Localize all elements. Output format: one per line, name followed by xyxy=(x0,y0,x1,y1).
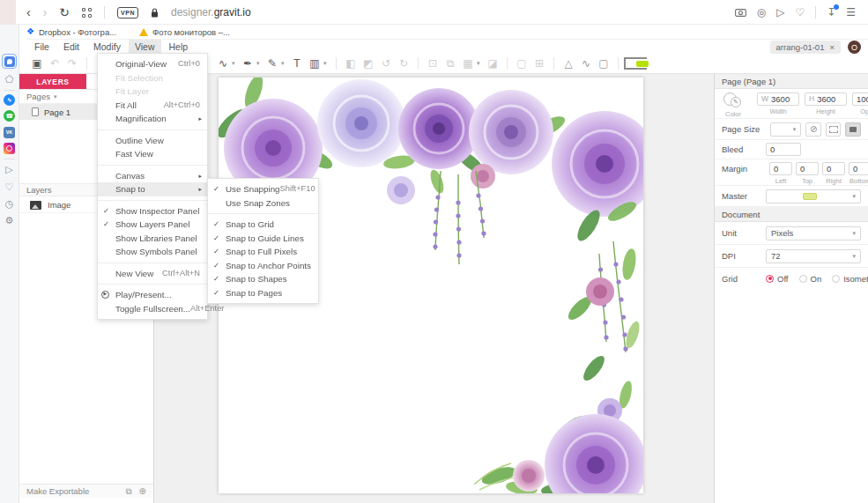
menu-item-outline-view[interactable]: Outline View xyxy=(98,134,207,148)
menu-modify[interactable]: Modify xyxy=(87,40,127,54)
boolean-union-icon[interactable]: ▢ xyxy=(513,58,530,69)
menu-item-show-inspector-panel[interactable]: ✓Show Inspector Panel xyxy=(98,204,207,218)
pentagon-icon[interactable]: ⬠ xyxy=(3,73,16,86)
tab-groups-icon[interactable] xyxy=(82,8,92,18)
edit-color-icon[interactable]: ✎ xyxy=(731,97,741,107)
grid-isometric-radio[interactable]: Isometric xyxy=(832,274,868,284)
history-icon[interactable]: ◷ xyxy=(3,197,16,211)
margin-right-field[interactable]: 0 xyxy=(822,162,845,175)
assistant-icon[interactable] xyxy=(2,54,17,69)
master-dropdown[interactable]: ▾ xyxy=(766,189,861,203)
avatar[interactable]: O xyxy=(848,41,861,54)
unit-dropdown[interactable]: Pixels▾ xyxy=(766,226,861,240)
send-extension-icon[interactable]: ▷ xyxy=(776,7,784,18)
menu-item-fast-view[interactable]: Fast View xyxy=(98,147,207,161)
opacity-field[interactable]: 100% xyxy=(852,92,868,106)
menu-item-snap-to-anchor-points[interactable]: ✓Snap to Anchor Points xyxy=(208,259,318,273)
bleed-field[interactable]: 0 xyxy=(766,143,801,156)
menu-item-original-view[interactable]: Original-ViewCtrl+0 xyxy=(98,57,207,71)
menu-file[interactable]: File xyxy=(28,40,56,54)
menu-item-fit-all[interactable]: Fit AllAlt+Ctrl+0 xyxy=(98,99,207,113)
forward-icon[interactable]: › xyxy=(43,6,48,18)
shape-icon[interactable]: △ xyxy=(560,58,577,69)
bookmark-drive[interactable]: Фото мониторов –... xyxy=(139,27,230,37)
curve-tool-icon[interactable]: ∿ xyxy=(214,58,232,69)
add-export-icon[interactable]: ⊕ xyxy=(139,486,146,497)
portrait-button[interactable] xyxy=(826,122,842,137)
group-icon[interactable]: ▦ xyxy=(459,58,477,69)
chevron-down-icon[interactable]: ▾ xyxy=(232,60,239,67)
downloads-icon[interactable]: ↧ xyxy=(827,7,835,18)
marquee-icon[interactable]: ▢ xyxy=(595,58,612,69)
menu-item-snap-to-shapes[interactable]: ✓Snap to Shapes xyxy=(208,272,318,286)
menu-item-magnification[interactable]: Magnification▸ xyxy=(98,112,207,126)
save-icon[interactable]: ▣ xyxy=(28,58,46,69)
menu-item-show-symbols-panel[interactable]: Show Symbols Panel xyxy=(98,245,207,259)
landscape-button[interactable] xyxy=(845,122,861,137)
transform-icon[interactable]: ⊡ xyxy=(424,58,441,69)
menu-item-snap-to[interactable]: Snap to▸ xyxy=(98,182,207,196)
text-tool-icon[interactable]: T xyxy=(288,58,306,69)
chevron-down-icon[interactable]: ▾ xyxy=(323,60,330,67)
image-tool-icon[interactable]: ▥ xyxy=(306,58,323,69)
margin-top-field[interactable]: 0 xyxy=(796,162,819,175)
flip-horizontal-icon[interactable]: ◧ xyxy=(342,58,360,69)
grid-on-radio[interactable]: On xyxy=(799,274,822,284)
likes-icon[interactable]: ♡ xyxy=(3,181,16,194)
redo-icon[interactable]: ↷ xyxy=(63,58,81,69)
scan-extension-icon[interactable]: ◎ xyxy=(757,7,766,18)
menu-item-show-libraries-panel[interactable]: Show Libraries Panel xyxy=(98,232,207,246)
vpn-badge[interactable]: VPN xyxy=(117,7,138,18)
menu-item-snap-to-full-pixels[interactable]: ✓Snap to Full Pixels xyxy=(208,245,318,259)
screenshot-extension-icon[interactable] xyxy=(735,8,746,17)
height-field[interactable]: H3600 xyxy=(805,92,847,106)
chevron-down-icon[interactable]: ▾ xyxy=(477,60,484,67)
page-color-control[interactable]: ✎ Color xyxy=(722,92,752,115)
path-icon[interactable]: ∿ xyxy=(577,58,595,69)
menu-item-snap-to-guide-lines[interactable]: ✓Snap to Guide Lines xyxy=(208,232,318,246)
chevron-down-icon[interactable]: ▾ xyxy=(281,60,288,67)
flip-vertical-icon[interactable]: ◩ xyxy=(360,58,377,69)
grid-off-radio[interactable]: Off xyxy=(766,274,789,284)
browser-menu-icon[interactable]: ☰ xyxy=(846,7,856,18)
menu-item-play-present[interactable]: ▶Play/Present... xyxy=(98,288,207,302)
pen-tool-icon[interactable]: ✒ xyxy=(239,58,256,69)
telegram-icon[interactable]: ▷ xyxy=(3,163,16,176)
menu-edit[interactable]: Edit xyxy=(57,40,85,54)
width-field[interactable]: W3600 xyxy=(757,92,799,106)
dpi-dropdown[interactable]: 72▾ xyxy=(766,249,861,263)
instagram-icon[interactable] xyxy=(3,142,16,155)
menu-item-toggle-fullscreen[interactable]: Toggle Fullscreen...Alt+Enter xyxy=(98,302,207,316)
skew-icon[interactable]: ⧉ xyxy=(441,58,459,69)
tab-layers[interactable]: LAYERS xyxy=(19,74,86,89)
close-icon[interactable]: × xyxy=(829,42,835,52)
reload-icon[interactable]: ↻ xyxy=(59,6,70,18)
document-tab[interactable]: arrang-01-01× xyxy=(770,41,841,54)
margin-bottom-field[interactable]: 0 xyxy=(849,162,868,175)
margin-left-field[interactable]: 0 xyxy=(769,162,792,175)
export-stack-icon[interactable]: ⧉ xyxy=(125,486,131,497)
lock-icon[interactable] xyxy=(151,8,159,18)
no-orientation-button[interactable]: ⊘ xyxy=(805,122,821,137)
settings-gear-icon[interactable]: ⚙ xyxy=(3,214,16,227)
address-bar[interactable]: designer.gravit.io xyxy=(171,6,251,18)
rotate-ccw-icon[interactable]: ↺ xyxy=(377,58,395,69)
page-size-dropdown[interactable]: ▾ xyxy=(770,122,801,137)
more-dots-icon[interactable]: ⋯ xyxy=(3,498,16,503)
export-slice-icon[interactable] xyxy=(624,57,647,70)
back-icon[interactable]: ‹ xyxy=(26,6,31,18)
menu-item-snap-to-grid[interactable]: ✓Snap to Grid xyxy=(208,218,318,232)
make-exportable-bar[interactable]: Make Exportable ⧉ ⊕ xyxy=(19,484,153,498)
undo-icon[interactable]: ↶ xyxy=(46,58,63,69)
bookmark-dropbox[interactable]: ❖ Dropbox - Фотогра... xyxy=(26,27,116,37)
boolean-subtract-icon[interactable]: ⊞ xyxy=(530,58,548,69)
rotate-cw-icon[interactable]: ↻ xyxy=(395,58,412,69)
menu-item-canvas[interactable]: Canvas▸ xyxy=(98,169,207,183)
favorites-icon[interactable]: ♡ xyxy=(795,7,805,18)
whatsapp-icon[interactable]: ☎ xyxy=(3,109,16,122)
menu-item-snap-to-pages[interactable]: ✓Snap to Pages xyxy=(208,286,318,300)
menu-help[interactable]: Help xyxy=(163,40,195,54)
messenger-icon[interactable]: ϟ xyxy=(3,93,16,107)
brush-tool-icon[interactable]: ✎ xyxy=(263,58,281,69)
vk-icon[interactable]: VK xyxy=(3,126,16,139)
